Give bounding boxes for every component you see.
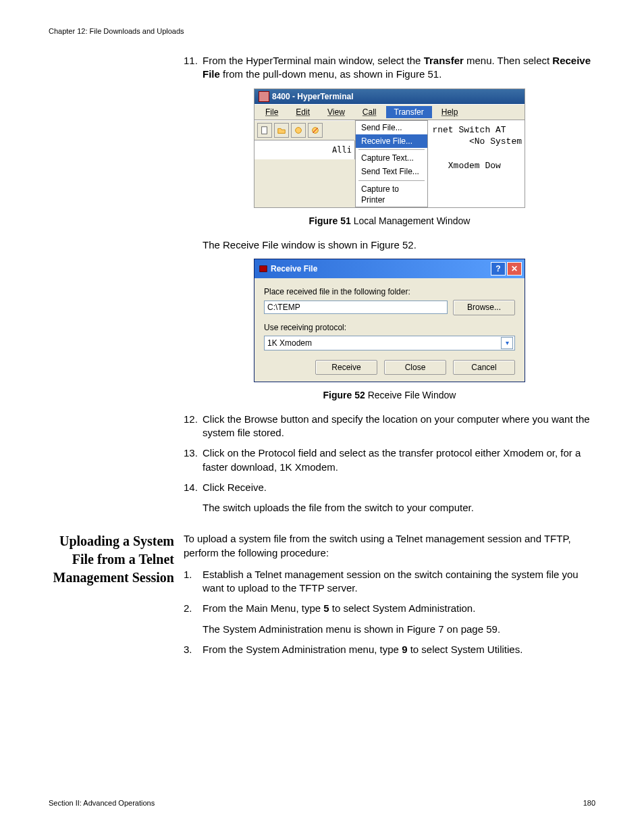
section-step-2-result: The System Administration menu is shown …	[203, 623, 595, 636]
hangup-icon[interactable]	[308, 123, 323, 138]
section-step-2: From the Main Menu, type 5 to select Sys…	[203, 602, 595, 615]
step-13: Click on the Protocol field and select a…	[203, 446, 595, 474]
chevron-down-icon: ▾	[501, 337, 513, 349]
svg-rect-4	[260, 266, 267, 272]
step-12: Click the Browse button and specify the …	[203, 413, 595, 440]
section-intro: To upload a system file from the switch …	[184, 532, 595, 560]
menu-transfer[interactable]: Transfer	[386, 106, 432, 118]
receive-button[interactable]: Receive	[315, 360, 377, 375]
svg-point-1	[296, 128, 302, 134]
step-number: 1.	[184, 568, 203, 596]
menuitem-receive-file[interactable]: Receive File...	[356, 134, 427, 148]
menuitem-capture-to-printer[interactable]: Capture to Printer	[356, 182, 427, 207]
help-button[interactable]: ?	[491, 262, 506, 276]
dialog-title: Receive File	[271, 263, 317, 274]
menu-view[interactable]: View	[319, 106, 353, 118]
terminal-left: Alli	[254, 140, 355, 159]
menuitem-capture-text[interactable]: Capture Text...	[356, 151, 427, 165]
window-titlebar: 8400 - HyperTerminal	[254, 89, 525, 104]
protocol-select[interactable]: 1K Xmodem ▾	[264, 336, 515, 350]
transfer-dropdown: Send File... Receive File... Capture Tex…	[355, 120, 428, 207]
step-number: 11.	[184, 54, 203, 82]
call-icon[interactable]	[291, 123, 306, 138]
menu-edit[interactable]: Edit	[288, 106, 318, 118]
figure-51-caption: Figure 51 Local Management Window	[184, 215, 595, 228]
close-button[interactable]: ✕	[507, 262, 522, 276]
between-figures-text: The Receive File window is shown in Figu…	[203, 238, 595, 252]
window-title: 8400 - HyperTerminal	[272, 91, 354, 102]
menu-help[interactable]: Help	[433, 106, 466, 118]
dialog-titlebar: Receive File ? ✕	[254, 259, 525, 278]
step-14: Click Receive.	[203, 481, 595, 494]
open-icon[interactable]	[274, 123, 289, 138]
folder-input[interactable]: C:\TEMP	[264, 301, 448, 314]
section-heading: Uploading a System File from a Telnet Ma…	[49, 532, 174, 587]
close-dialog-button[interactable]: Close	[384, 360, 446, 375]
step-11: From the HyperTerminal main window, sele…	[203, 54, 595, 82]
app-icon	[259, 91, 269, 102]
browse-button[interactable]: Browse...	[453, 300, 515, 315]
footer-section: Section II: Advanced Operations	[49, 799, 155, 807]
folder-label: Place received file in the following fol…	[264, 286, 515, 297]
toolbar	[254, 120, 354, 140]
section-step-1: Establish a Telnet management session on…	[203, 568, 595, 596]
menuitem-send-file[interactable]: Send File...	[356, 121, 427, 134]
step-number: 2.	[184, 602, 203, 615]
step-14-result: The switch uploads the file from the swi…	[203, 501, 595, 515]
terminal-right: rnet Switch AT <No System Xmodem Dow	[428, 120, 525, 207]
menu-file[interactable]: File	[257, 106, 286, 118]
new-icon[interactable]	[257, 123, 272, 138]
step-number: 3.	[184, 643, 203, 656]
dialog-icon	[259, 264, 268, 273]
cancel-button[interactable]: Cancel	[453, 360, 515, 375]
figure-51-hyperterminal-window: 8400 - HyperTerminal File Edit View Call…	[254, 88, 525, 209]
step-number: 13.	[184, 446, 203, 474]
section-step-3: From the System Administration menu, typ…	[203, 643, 595, 656]
protocol-label: Use receiving protocol:	[264, 322, 515, 333]
step-number: 12.	[184, 413, 203, 440]
footer-page: 180	[583, 799, 595, 807]
menubar: File Edit View Call Transfer Help	[254, 104, 525, 120]
step-number: 14.	[184, 481, 203, 494]
protocol-value: 1K Xmodem	[267, 338, 312, 348]
figure-52-caption: Figure 52 Receive File Window	[184, 389, 595, 402]
chapter-header: Chapter 12: File Downloads and Uploads	[49, 27, 595, 35]
svg-rect-0	[262, 127, 267, 134]
figure-52-receive-file-dialog: Receive File ? ✕ Place received file in …	[254, 259, 525, 382]
menuitem-send-text-file[interactable]: Send Text File...	[356, 165, 427, 178]
menu-call[interactable]: Call	[354, 106, 385, 118]
